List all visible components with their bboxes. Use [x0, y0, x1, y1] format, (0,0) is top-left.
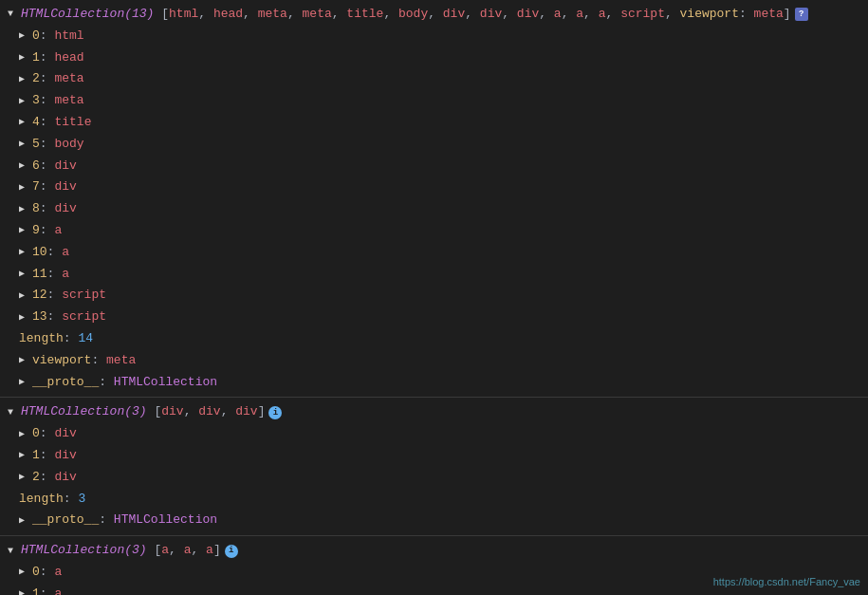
- s2-item-0-div[interactable]: 0: div: [0, 423, 868, 445]
- section2-proto-arrow[interactable]: [19, 513, 30, 529]
- section2-length: length: 3: [0, 489, 868, 511]
- item-13-arrow[interactable]: [19, 310, 30, 325]
- section1-proto-arrow[interactable]: [19, 375, 30, 390]
- s2-item-0-arrow[interactable]: [19, 427, 30, 442]
- section3-toggle[interactable]: [8, 544, 19, 559]
- section2-proto[interactable]: __proto__: HTMLCollection: [0, 510, 868, 531]
- section1-length: length: 14: [0, 328, 868, 350]
- s2-item-1-arrow[interactable]: [19, 448, 30, 463]
- section1-toggle[interactable]: [8, 7, 19, 22]
- item-8-div[interactable]: 8: div: [0, 198, 868, 220]
- section1-viewport[interactable]: viewport: meta: [0, 350, 868, 372]
- section1-proto[interactable]: __proto__: HTMLCollection: [0, 372, 868, 394]
- s2-item-2-div[interactable]: 2: div: [0, 467, 868, 489]
- section-1: HTMLCollection(13) [ html, head, meta, m…: [0, 0, 868, 398]
- section3-info-icon: i: [225, 545, 238, 558]
- section3-type: HTMLCollection(3): [21, 541, 147, 561]
- section3-header[interactable]: HTMLCollection(3) [ a, a, a ] i: [0, 540, 868, 562]
- item-9-arrow[interactable]: [19, 223, 30, 238]
- s2-item-1-div[interactable]: 1: div: [0, 445, 868, 467]
- s2-item-2-arrow[interactable]: [19, 470, 30, 485]
- section2-type: HTMLCollection(3): [21, 402, 147, 422]
- watermark: https://blog.csdn.net/Fancy_vae: [713, 576, 860, 587]
- section1-type: HTMLCollection(13): [21, 5, 154, 25]
- item-1-arrow[interactable]: [19, 50, 30, 65]
- section2-header[interactable]: HTMLCollection(3) [ div, div, div ] i: [0, 401, 868, 423]
- item-2-arrow[interactable]: [19, 72, 30, 87]
- item-0-arrow[interactable]: [19, 28, 30, 44]
- console-panel: HTMLCollection(13) [ html, head, meta, m…: [0, 0, 868, 595]
- section1-info-icon: ?: [795, 8, 808, 21]
- item-3-arrow[interactable]: [19, 94, 30, 109]
- s3-item-0-arrow[interactable]: [19, 565, 30, 580]
- item-9-a[interactable]: 9: a: [0, 220, 868, 242]
- item-7-arrow[interactable]: [19, 180, 30, 195]
- section-2: HTMLCollection(3) [ div, div, div ] i 0:…: [0, 398, 868, 536]
- s3-item-1-arrow[interactable]: [19, 586, 30, 595]
- item-11-arrow[interactable]: [19, 267, 30, 282]
- section1-header[interactable]: HTMLCollection(13) [ html, head, meta, m…: [0, 4, 868, 26]
- item-6-div[interactable]: 6: div: [0, 156, 868, 177]
- section1-bracket-open: [: [154, 5, 169, 25]
- item-7-div[interactable]: 7: div: [0, 177, 868, 198]
- section2-info-icon: i: [268, 406, 282, 419]
- item-4-title[interactable]: 4: title: [0, 112, 868, 134]
- item-12-script[interactable]: 12: script: [0, 285, 868, 307]
- item-4-arrow[interactable]: [19, 115, 30, 130]
- item-10-arrow[interactable]: [19, 245, 30, 260]
- item-10-a[interactable]: 10: a: [0, 242, 868, 264]
- item-5-body[interactable]: 5: body: [0, 134, 868, 156]
- item-8-arrow[interactable]: [19, 202, 30, 217]
- item-13-script[interactable]: 13: script: [0, 307, 868, 328]
- section1-bracket-close: ]: [784, 5, 791, 25]
- item-0-html[interactable]: 0: html: [0, 26, 868, 47]
- item-6-arrow[interactable]: [19, 158, 30, 174]
- item-12-arrow[interactable]: [19, 288, 30, 304]
- item-3-meta[interactable]: 3: meta: [0, 90, 868, 112]
- item-1-head[interactable]: 1: head: [0, 47, 868, 69]
- item-2-meta[interactable]: 2: meta: [0, 68, 868, 90]
- viewport-arrow[interactable]: [19, 353, 30, 368]
- section2-toggle[interactable]: [8, 405, 19, 420]
- item-11-a[interactable]: 11: a: [0, 264, 868, 286]
- item-5-arrow[interactable]: [19, 137, 30, 152]
